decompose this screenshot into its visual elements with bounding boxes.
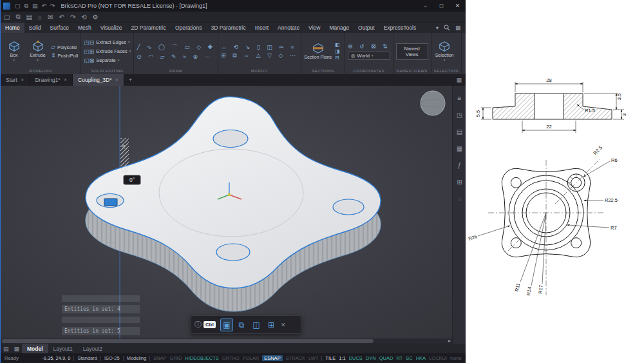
tab-manage[interactable]: Manage [325,23,354,33]
lookfrom-compass[interactable] [421,91,445,115]
cloud-panel-icon[interactable]: ◌ [453,190,466,207]
settings-icon[interactable]: ⚙ [93,14,99,21]
tab-expresstools[interactable]: ExpressTools [379,23,421,33]
toggle-strack[interactable]: STRACK [286,355,305,361]
manipulator-mode-move-icon[interactable]: ▣ [220,319,233,331]
undo-icon[interactable]: ↶ [41,3,46,9]
toggle-quad[interactable]: QUAD [379,355,393,361]
close-manipulator-icon[interactable]: ✕ [281,322,286,328]
info-icon[interactable]: ⓘ [194,320,202,329]
tab-operations[interactable]: Operations [171,23,207,33]
tab-output[interactable]: Output [354,23,379,33]
ucs-icons-row[interactable]: ⊕ ↺ ⊠ ⇅ [348,43,390,50]
tiles-panel-icon[interactable]: ⊞ [453,173,466,190]
ucs-dropdown[interactable]: ◎ World ▾ [348,52,390,60]
model-space-icon[interactable]: ▤ [1,346,12,352]
toggle-ortho[interactable]: ORTHO [222,355,240,361]
tab-model[interactable]: Model [22,344,48,353]
toggle-polar[interactable]: POLAR [243,355,259,361]
doc-tab-coupling3d[interactable]: Coupling_3D* ✕ [73,74,124,86]
model-viewport[interactable]: 15 0° [1,86,452,338]
extrude-button[interactable]: Extrude ▾ [27,41,48,62]
structure-panel-icon[interactable]: ◳ [453,106,466,123]
manipulator-mode-rotate-icon[interactable]: ⧉ [235,319,248,331]
open-drawing-icon[interactable]: ⧉ [15,13,20,21]
fields-panel-icon[interactable]: ƒ [453,157,466,173]
regen-icon[interactable]: ⟲ [81,14,86,21]
bolt-hole-right[interactable] [333,199,364,215]
current-style[interactable]: Standard [77,355,97,361]
manipulator-mode-scale-icon[interactable]: ◫ [250,319,263,331]
annotation-scale[interactable]: 1:1 [339,355,345,361]
tab-layout1[interactable]: Layout1 [48,344,78,353]
tab-home[interactable]: Home [1,23,24,33]
tab-overview-icon[interactable]: ▦ [456,74,466,86]
workspace-field[interactable]: Modeling [127,355,146,361]
named-views-button[interactable]: Named Views [396,43,428,60]
draw-icons-row-2[interactable]: ⊙ ◠ ▱ ✎ ≈ ⊕ ⋯ [137,54,215,60]
scrollbar-thumb[interactable] [2,339,374,343]
manipulator-mode-mirror-icon[interactable]: ⊞ [265,319,278,331]
save-icon[interactable]: ▤ [26,14,32,21]
tab-view[interactable]: View [304,23,325,33]
toggle-tile[interactable]: TILE [325,355,336,361]
tab-solid[interactable]: Solid [24,23,46,33]
toggle-lockui[interactable]: LOCKUI [429,355,447,361]
toggle-ducs[interactable]: DUCS [349,355,363,361]
toggle-rt[interactable]: RT [396,355,402,361]
doc-tab-start[interactable]: Start ✕ [1,74,30,86]
selection-filter[interactable]: None [450,355,462,361]
sections-extra-icons[interactable]: ◧ ◨ ⊟ [335,42,342,61]
ribbon-collapse-icon[interactable]: ▾ [436,25,439,31]
toggle-lwt[interactable]: LWT [308,355,318,361]
close-tab-icon[interactable]: ✕ [21,77,24,83]
box-button[interactable]: Box ▾ [3,41,24,62]
open-file-icon[interactable]: ⧉ [24,3,28,10]
new-tab-button[interactable]: + [124,74,137,86]
tab-insert[interactable]: Insert [251,23,273,33]
tab-layout2[interactable]: Layout2 [78,344,108,353]
separate-button[interactable]: ◱⊠ Separate ▾ [84,57,131,64]
draw-icons-row-1[interactable]: ╱ ∿ ◯ ⌒ ▭ ◇ ✚ [137,43,215,52]
search-icon[interactable] [444,25,450,31]
tab-annotate[interactable]: Annotate [273,23,304,33]
scroll-right-icon[interactable]: ▸ [448,338,451,344]
new-drawing-icon[interactable]: ▢ [4,14,10,21]
polysolid-button[interactable]: ▱ Polysolid [51,44,78,50]
manipulator-toolbar[interactable]: ⓘ Ctrl ▣ ⧉ ◫ ⊞ ✕ [191,315,301,334]
layout-list-icon[interactable]: ▦ [12,346,23,352]
toggle-hideobjects[interactable]: HIDEOBJECTS [185,355,219,361]
send-icon[interactable]: ✉ [48,14,53,21]
toggle-esnap[interactable]: ESNAP [262,355,282,361]
tab-3d-parametric[interactable]: 3D Parametric [206,23,250,33]
toggle-sc[interactable]: SC [406,355,412,361]
save-file-icon[interactable]: ▤ [32,3,38,9]
extract-edges-button[interactable]: ◳⊟ Extract Edges ▾ [84,39,131,46]
bolt-hole-top[interactable] [213,130,248,148]
toggle-grid[interactable]: GRID [170,355,182,361]
tab-mesh[interactable]: Mesh [73,23,96,33]
section-plane-button[interactable]: Section Plane [304,43,332,60]
tab-surface[interactable]: Surface [46,23,73,33]
new-file-icon[interactable]: ▢ [15,3,21,9]
redo-toolbar-icon[interactable]: ↷ [70,14,75,21]
modify-icons-row-2[interactable]: ⊞ ⧉ ⇔ △ ▽ ◇ ⋯ [221,52,298,59]
workspace-icon[interactable]: ▦ [455,25,460,31]
selection-button[interactable]: Selection ▾ [434,41,455,62]
close-tab-icon[interactable]: ✕ [115,77,118,83]
layers-panel-icon[interactable]: ▤ [453,123,466,140]
close-tab-icon[interactable]: ✕ [64,77,67,83]
bolt-hole-bottom[interactable] [216,244,250,260]
doc-tab-drawing1[interactable]: Drawing1* ✕ [30,74,73,86]
undo-toolbar-icon[interactable]: ↶ [59,14,64,21]
close-button[interactable]: ✕ [450,0,466,12]
pushpull-button[interactable]: ⇕ Push/Pull [51,52,78,59]
maximize-button[interactable]: □ [433,0,450,12]
redo-icon[interactable]: ↷ [50,3,55,9]
sheets-panel-icon[interactable]: ▦ [453,140,466,157]
horizontal-scrollbar[interactable]: ▸ [1,338,452,344]
dim-style[interactable]: ISO-25 [104,355,120,361]
toggle-hka[interactable]: HKA [416,355,426,361]
extrude-faces-button[interactable]: ◰⊞ Extrude Faces ▾ [84,48,131,55]
tab-visualize[interactable]: Visualize [96,23,127,33]
